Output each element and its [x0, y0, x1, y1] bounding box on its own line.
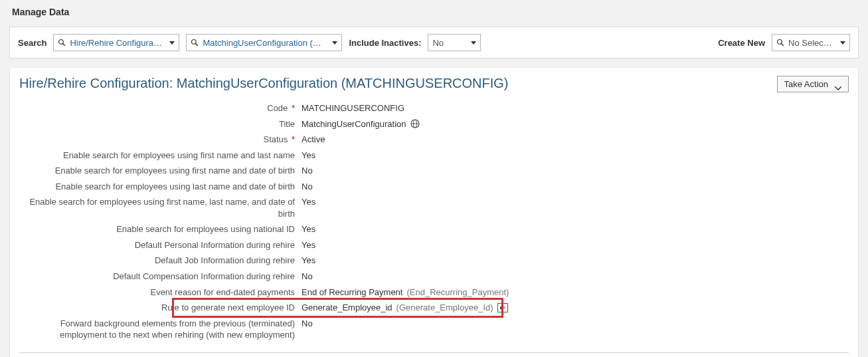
take-action-label: Take Action: [784, 79, 829, 89]
field-label: Default Personal Information during rehi…: [19, 239, 302, 251]
create-new-dropdown[interactable]: No Selection: [772, 34, 850, 51]
field-value: Yes: [302, 223, 315, 235]
search-type-dropdown[interactable]: Hire/Rehire Configuration: [53, 34, 179, 51]
field-value: No: [302, 271, 313, 283]
search-icon: [191, 39, 199, 47]
field-value: Yes: [302, 150, 315, 162]
field-value: Active: [302, 134, 325, 146]
field-label: Enable search for employees using first …: [19, 165, 302, 177]
field-label: Forward background elements from the pre…: [19, 318, 302, 341]
create-new-value: No Selection: [788, 38, 833, 48]
content-panel: Hire/Rehire Configuration: MatchingUserC…: [9, 68, 859, 357]
field-row: Enable search for employees using first …: [19, 194, 849, 221]
field-row: Enable search for employees using first …: [19, 163, 849, 179]
field-value: No: [302, 181, 313, 193]
field-label: Enable search for employees using nation…: [19, 223, 302, 235]
search-object-dropdown[interactable]: MatchingUserConfiguration (MAT...: [186, 34, 342, 51]
field-label: Title: [19, 118, 302, 130]
svg-line-1: [63, 44, 65, 46]
search-icon: [58, 39, 66, 47]
field-value: Generate_Employee_id (Generate_Employee_…: [302, 302, 508, 314]
toolbar: Search Hire/Rehire Configuration Matchin…: [9, 27, 859, 59]
field-row: Enable search for employees using first …: [19, 148, 849, 164]
field-value: Yes: [302, 239, 315, 251]
field-label: Code: [267, 103, 288, 113]
field-label: Enable search for employees using last n…: [19, 181, 302, 193]
globe-icon[interactable]: [410, 119, 420, 128]
search-label: Search: [18, 38, 46, 48]
field-value-id: (End_Recurring_Payment): [406, 287, 509, 298]
field-row-rule-highlighted: Rule to generate next employee ID Genera…: [19, 300, 849, 316]
field-value: No: [302, 165, 313, 177]
field-row: Enable search for employees using nation…: [19, 221, 849, 237]
field-label: Status: [263, 134, 288, 144]
field-value-id: (Generate_Employee_Id): [396, 302, 493, 314]
create-new-label: Create New: [718, 38, 765, 48]
svg-line-3: [196, 44, 198, 46]
required-asterisk: *: [289, 103, 295, 113]
svg-line-5: [782, 44, 784, 46]
field-value-text: MatchingUserConfiguration: [302, 118, 406, 130]
page-title: Manage Data: [9, 0, 859, 27]
search-icon: [776, 39, 784, 47]
field-label: Rule to generate next employee ID: [19, 302, 302, 314]
field-row-event-reason: Event reason for end-dated payments End …: [19, 285, 849, 300]
field-row: Default Personal Information during rehi…: [19, 237, 849, 253]
field-row: Forward background elements from the pre…: [19, 316, 849, 343]
divider: [19, 352, 849, 353]
field-row: Enable search for employees using last n…: [19, 179, 849, 195]
field-label: Enable search for employees using first …: [19, 150, 302, 162]
object-title: Hire/Rehire Configuration: MatchingUserC…: [19, 76, 509, 91]
field-value: MatchingUserConfiguration: [302, 118, 420, 130]
chevron-down-icon: [835, 82, 841, 86]
detail-link-icon[interactable]: ∎≡: [497, 303, 508, 312]
chevron-down-icon: [471, 41, 476, 45]
field-label: Event reason for end-dated payments: [19, 287, 302, 298]
field-value-text: End of Recurring Payment: [302, 287, 402, 298]
field-value: Yes: [302, 255, 315, 267]
search-object-value: MatchingUserConfiguration (MAT...: [203, 38, 325, 48]
chevron-down-icon: [840, 41, 845, 45]
include-inactives-label: Include Inactives:: [349, 38, 421, 48]
field-row: Default Job Information during rehire Ye…: [19, 253, 849, 269]
include-inactives-value: No: [432, 38, 464, 48]
field-value: Yes: [302, 196, 315, 208]
field-row-code: Code * MATCHINGUSERCONFIG: [19, 100, 849, 116]
field-value-text: Generate_Employee_id: [302, 302, 392, 314]
chevron-down-icon: [332, 41, 337, 45]
field-row: Default Compensation Information during …: [19, 269, 849, 285]
field-value: End of Recurring Payment (End_Recurring_…: [302, 287, 509, 298]
chevron-down-icon: [169, 41, 175, 45]
field-label: Default Compensation Information during …: [19, 271, 302, 283]
fields-list: Code * MATCHINGUSERCONFIG Title Matching…: [19, 100, 849, 343]
field-label: Default Job Information during rehire: [19, 255, 302, 267]
search-type-value: Hire/Rehire Configuration: [70, 38, 163, 48]
take-action-button[interactable]: Take Action: [777, 76, 849, 92]
field-value: MATCHINGUSERCONFIG: [302, 102, 404, 114]
required-asterisk: *: [289, 134, 295, 144]
field-row-status: Status * Active: [19, 132, 849, 148]
field-row-title: Title MatchingUserConfiguration: [19, 116, 849, 132]
include-inactives-dropdown[interactable]: No: [428, 34, 481, 51]
field-value: No: [302, 318, 313, 330]
field-label: Enable search for employees using first …: [19, 196, 302, 219]
